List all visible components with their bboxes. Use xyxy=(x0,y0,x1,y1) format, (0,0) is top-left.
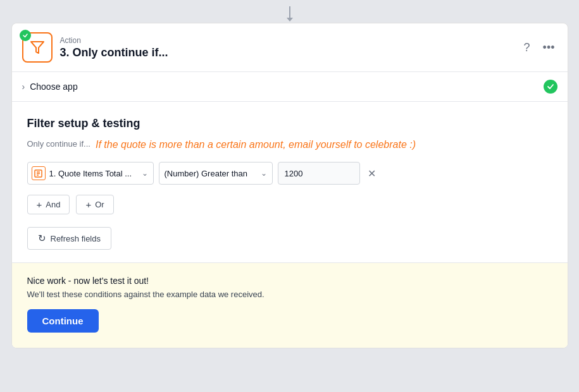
field-select-chevron-icon: ⌄ xyxy=(142,169,148,178)
refresh-fields-button[interactable]: ↻ Refresh fields xyxy=(27,227,111,250)
or-plus-icon: + xyxy=(85,199,91,210)
page-wrapper: Action 3. Only continue if... ? ••• › Ch… xyxy=(0,0,579,392)
operator-chevron-icon: ⌄ xyxy=(261,169,267,178)
only-continue-row: Only continue if... If the quote is more… xyxy=(27,138,552,152)
svg-marker-0 xyxy=(31,42,44,53)
main-card: Action 3. Only continue if... ? ••• › Ch… xyxy=(11,23,568,348)
step-icon-wrapper xyxy=(22,32,53,63)
chevron-right-icon: › xyxy=(22,82,25,92)
filter-condition-row: 1. Quote Items Total ... ⌄ (Number) Grea… xyxy=(27,162,552,185)
field-select-text: 1. Quote Items Total ... xyxy=(49,169,139,178)
value-input[interactable] xyxy=(278,162,360,185)
help-button[interactable]: ? xyxy=(521,39,533,57)
more-options-button[interactable]: ••• xyxy=(540,39,557,57)
refresh-label: Refresh fields xyxy=(51,234,101,243)
operator-text: (Number) Greater than xyxy=(165,169,258,178)
and-button[interactable]: + And xyxy=(27,195,70,214)
test-panel: Nice work - now let's test it out! We'll… xyxy=(12,263,568,348)
continue-button[interactable]: Continue xyxy=(27,309,99,333)
or-button[interactable]: + Or xyxy=(76,195,113,214)
x-icon: ✕ xyxy=(368,168,376,180)
field-selector[interactable]: 1. Quote Items Total ... ⌄ xyxy=(27,162,154,185)
test-title: Nice work - now let's test it out! xyxy=(27,276,552,286)
only-continue-text: If the quote is more than a certain amou… xyxy=(96,138,416,152)
card-header: Action 3. Only continue if... ? ••• xyxy=(12,23,568,72)
step-completed-check xyxy=(20,30,31,41)
plus-icon: + xyxy=(37,199,42,210)
continue-label: Continue xyxy=(42,315,84,326)
section-title: Choose app xyxy=(30,82,543,92)
only-continue-label: Only continue if... xyxy=(27,138,90,149)
section-completed-check xyxy=(544,80,557,94)
filter-body: Filter setup & testing Only continue if.… xyxy=(12,102,568,263)
field-type-icon xyxy=(32,166,46,180)
logic-buttons: + And + Or xyxy=(27,195,552,214)
connector-arrow xyxy=(289,6,290,18)
help-icon: ? xyxy=(524,41,530,54)
filter-title: Filter setup & testing xyxy=(27,117,552,130)
refresh-icon: ↻ xyxy=(38,233,46,244)
more-icon: ••• xyxy=(543,41,555,54)
test-subtitle: We'll test these conditions against the … xyxy=(27,290,552,299)
choose-app-section[interactable]: › Choose app xyxy=(12,72,568,102)
card-header-actions: ? ••• xyxy=(521,39,557,57)
action-title: 3. Only continue if... xyxy=(60,46,521,59)
or-label: Or xyxy=(95,200,104,209)
and-label: And xyxy=(46,200,60,209)
action-label: Action xyxy=(60,36,521,45)
card-header-text: Action 3. Only continue if... xyxy=(60,36,521,59)
clear-condition-button[interactable]: ✕ xyxy=(365,165,378,182)
operator-selector[interactable]: (Number) Greater than ⌄ xyxy=(159,162,273,185)
